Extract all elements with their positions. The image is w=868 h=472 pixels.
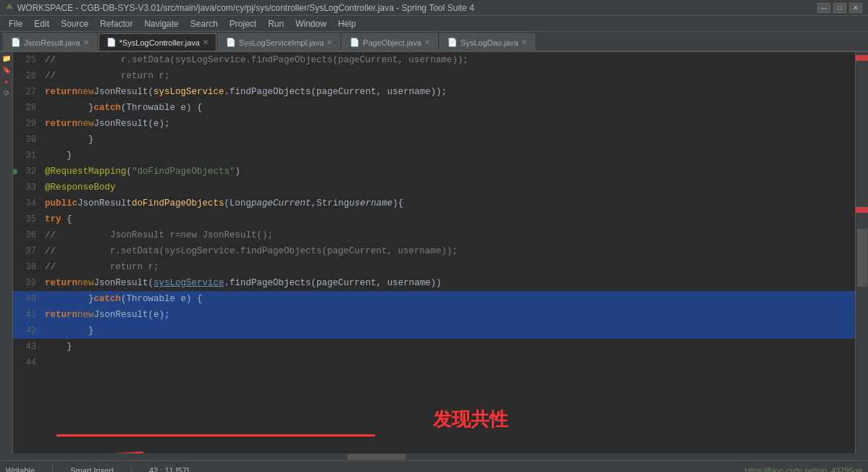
menu-window[interactable]: Window xyxy=(290,17,332,30)
line-content-27: return new JsonResult(sysLogService.find… xyxy=(42,84,855,100)
code-line-26: 26 // return r; xyxy=(13,68,855,84)
code-line-29: 29 return new JsonResult(e); xyxy=(13,116,855,132)
line-content-44 xyxy=(42,355,855,371)
line-number-29: 29 xyxy=(13,116,42,132)
menubar: File Edit Source Refactor Navigate Searc… xyxy=(0,16,868,32)
line-content-26: // return r; xyxy=(42,68,855,84)
line-content-42: } xyxy=(42,323,855,339)
gutter-icon-3: ● xyxy=(1,77,12,87)
tab-pageobject[interactable]: 📄 PageObject.java ✕ xyxy=(342,33,438,51)
line-number-38: 38 xyxy=(13,259,42,275)
red-underline xyxy=(56,434,375,437)
line-content-33: @ResponseBody xyxy=(42,180,855,195)
scrollbar-track[interactable] xyxy=(856,214,868,453)
titlebar: ☘ WORKSPACE - CGB-DB-SYS-V3.01/src/main/… xyxy=(0,0,868,16)
line-number-32: 32 xyxy=(13,164,42,180)
menu-file[interactable]: File xyxy=(3,17,28,30)
menu-navigate[interactable]: Navigate xyxy=(138,17,184,30)
editor-container: 📁 🔖 ● ⟳ 25 // r.setData(sysLogService.fi… xyxy=(0,52,868,453)
line-number-34: 34 xyxy=(13,195,42,211)
line-content-40: }catch(Throwable e) { xyxy=(42,291,855,307)
tab-label: SysLogServiceImpl.java xyxy=(239,38,324,47)
code-area[interactable]: 25 // r.setData(sysLogService.findPageOb… xyxy=(13,52,855,453)
code-line-30: 30 } xyxy=(13,132,855,148)
code-line-35: 35 try { xyxy=(13,211,855,227)
scroll-marker-1 xyxy=(856,55,868,61)
code-line-31: 31 } xyxy=(13,148,855,164)
status-position: 42 : 11 [57] xyxy=(149,466,189,473)
code-line-25: 25 // r.setData(sysLogService.findPageOb… xyxy=(13,52,855,68)
line-content-32: @RequestMapping("doFindPageObjects") xyxy=(42,164,855,180)
line-number-30: 30 xyxy=(13,132,42,148)
tab-icon: 📄 xyxy=(447,38,458,47)
line-number-33: 33 xyxy=(13,180,42,195)
tab-syslogcontroller[interactable]: 📄 *SysLogController.java ✕ xyxy=(98,33,216,51)
tab-icon: 📄 xyxy=(350,38,360,47)
tab-close[interactable]: ✕ xyxy=(424,38,430,46)
tab-close[interactable]: ✕ xyxy=(326,38,332,46)
gutter-icon-4: ⟳ xyxy=(1,88,12,98)
scroll-marker-2 xyxy=(856,207,868,213)
menu-source[interactable]: Source xyxy=(55,17,94,30)
horizontal-scrollbar[interactable] xyxy=(0,453,868,460)
line-number-42: 42 xyxy=(13,323,42,339)
line-content-28: }catch(Throwable e) { xyxy=(42,100,855,116)
line-number-41: 41 xyxy=(13,307,42,323)
status-writable: Writable xyxy=(6,466,35,473)
code-line-37: 37 // r.setData(sysLogService.findPageOb… xyxy=(13,243,855,259)
hscroll-thumb[interactable] xyxy=(347,454,405,460)
menu-refactor[interactable]: Refactor xyxy=(94,17,138,30)
line-content-25: // r.setData(sysLogService.findPageObjec… xyxy=(42,52,855,68)
code-line-33: 33 @ResponseBody xyxy=(13,180,855,195)
maximize-button[interactable]: □ xyxy=(833,3,846,13)
gutter-icon-2: 🔖 xyxy=(1,65,12,75)
code-line-42: 42 } xyxy=(13,323,855,339)
red-annotation: 发现共性 xyxy=(433,407,508,432)
line-content-37: // r.setData(sysLogService.findPageObjec… xyxy=(42,243,855,259)
menu-project[interactable]: Project xyxy=(224,17,262,30)
code-line-28: 28 }catch(Throwable e) { xyxy=(13,100,855,116)
menu-search[interactable]: Search xyxy=(185,17,224,30)
status-divider-1 xyxy=(52,465,53,473)
title-icon: ☘ xyxy=(6,3,13,12)
line-number-35: 35 xyxy=(13,211,42,227)
code-line-43: 43 } xyxy=(13,339,855,355)
line-number-43: 43 xyxy=(13,339,42,355)
line-content-41: return new JsonResult(e); xyxy=(42,307,855,323)
line-number-36: 36 xyxy=(13,227,42,243)
tab-jsonresult[interactable]: 📄 JsonResult.java ✕ xyxy=(3,33,97,51)
minimize-button[interactable]: — xyxy=(817,3,830,13)
gutter-icon-1: 📁 xyxy=(1,54,12,64)
line-number-25: 25 xyxy=(13,52,42,68)
menu-help[interactable]: Help xyxy=(332,17,362,30)
code-line-44: 44 xyxy=(13,355,855,371)
tab-label: JsonResult.java xyxy=(24,38,80,47)
line-number-28: 28 xyxy=(13,100,42,116)
close-button[interactable]: ✕ xyxy=(849,3,862,13)
tab-icon: 📄 xyxy=(106,38,117,47)
tab-icon: 📄 xyxy=(11,38,21,47)
status-divider-2 xyxy=(131,465,132,473)
code-line-40: 40 }catch(Throwable e) { xyxy=(13,291,855,307)
tabs-bar: 📄 JsonResult.java ✕ 📄 *SysLogController.… xyxy=(0,32,868,52)
menu-edit[interactable]: Edit xyxy=(28,17,55,30)
line-content-29: return new JsonResult(e); xyxy=(42,116,855,132)
tab-syslogserviceimpl[interactable]: 📄 SysLogServiceImpl.java ✕ xyxy=(218,33,340,51)
line-content-39: return new JsonResult(sysLogService.find… xyxy=(42,275,855,291)
menu-run[interactable]: Run xyxy=(262,17,290,30)
tab-label: *SysLogController.java xyxy=(119,38,200,47)
code-line-39: 39 return new JsonResult(sysLogService.f… xyxy=(13,275,855,291)
scrollbar-thumb[interactable] xyxy=(857,229,867,287)
tab-close[interactable]: ✕ xyxy=(521,38,527,46)
title-text: WORKSPACE - CGB-DB-SYS-V3.01/src/main/ja… xyxy=(17,3,817,13)
line-content-35: try { xyxy=(42,211,855,227)
tab-close[interactable]: ✕ xyxy=(83,38,89,46)
line-number-26: 26 xyxy=(13,68,42,84)
tab-close[interactable]: ✕ xyxy=(203,38,208,46)
line-number-37: 37 xyxy=(13,243,42,259)
line-content-30: } xyxy=(42,132,855,148)
line-number-40: 40 xyxy=(13,291,42,307)
line-content-43: } xyxy=(42,339,855,355)
code-line-27: 27 return new JsonResult(sysLogService.f… xyxy=(13,84,855,100)
tab-syslogdao[interactable]: 📄 SysLogDao.java ✕ xyxy=(439,33,535,51)
